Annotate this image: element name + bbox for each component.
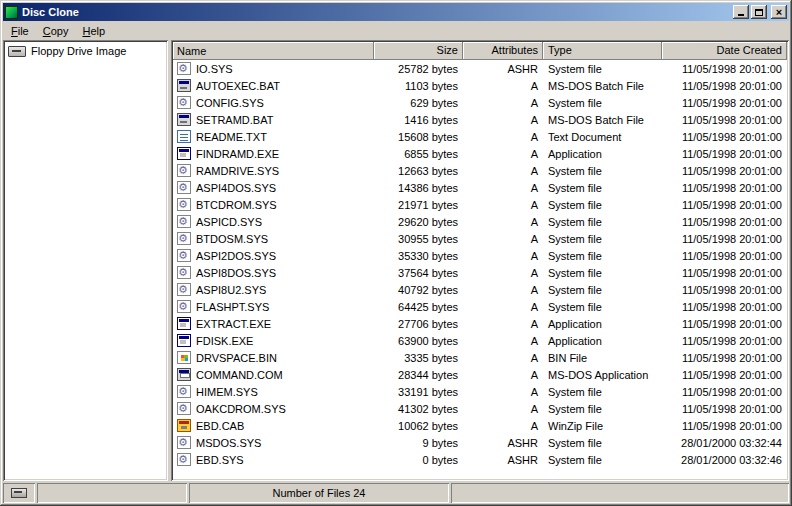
maximize-button[interactable] [751, 5, 767, 19]
close-button[interactable]: × [771, 5, 787, 19]
column-header-attributes[interactable]: Attributes [463, 42, 543, 60]
table-row[interactable]: AUTOEXEC.BAT 1103 bytes A MS-DOS Batch F… [173, 77, 787, 94]
table-row[interactable]: ASPICD.SYS 29620 bytes A System file 11/… [173, 213, 787, 230]
table-row[interactable]: ASPI4DOS.SYS 14386 bytes A System file 1… [173, 179, 787, 196]
file-name-cell: HIMEM.SYS [173, 385, 374, 398]
winzip-file-icon [177, 419, 191, 432]
column-header-size[interactable]: Size [374, 42, 463, 60]
table-row[interactable]: ASPI8U2.SYS 40792 bytes A System file 11… [173, 281, 787, 298]
tree-item-floppy-drive-image[interactable]: Floppy Drive Image [8, 45, 165, 57]
file-size-cell: 64425 bytes [374, 301, 463, 313]
file-name-cell: ASPI8U2.SYS [173, 283, 374, 296]
file-size-cell: 15608 bytes [374, 131, 463, 143]
file-attributes-cell: A [463, 420, 543, 432]
app-icon [5, 6, 18, 19]
table-row[interactable]: EBD.SYS 0 bytes ASHR System file 28/01/2… [173, 451, 787, 468]
file-attributes-cell: A [463, 148, 543, 160]
file-attributes-cell: A [463, 131, 543, 143]
file-attributes-cell: A [463, 284, 543, 296]
file-date-cell: 11/05/1998 20:01:00 [662, 165, 787, 177]
dos-application-icon [177, 368, 191, 381]
bin-file-icon [177, 351, 191, 364]
file-name: FDISK.EXE [196, 335, 253, 347]
system-file-icon [177, 300, 191, 313]
table-row[interactable]: FLASHPT.SYS 64425 bytes A System file 11… [173, 298, 787, 315]
list-header: Name Size Attributes Type Date Created [173, 42, 787, 60]
file-name-cell: ASPICD.SYS [173, 215, 374, 228]
table-row[interactable]: MSDOS.SYS 9 bytes ASHR System file 28/01… [173, 434, 787, 451]
file-list: IO.SYS 25782 bytes ASHR System file 11/0… [173, 60, 787, 479]
file-type-cell: System file [543, 63, 662, 75]
file-type-cell: System file [543, 301, 662, 313]
file-date-cell: 11/05/1998 20:01:00 [662, 131, 787, 143]
menu-copy[interactable]: Copy [36, 23, 76, 39]
file-size-cell: 6855 bytes [374, 148, 463, 160]
file-type-cell: System file [543, 199, 662, 211]
minimize-button[interactable] [733, 5, 749, 19]
table-row[interactable]: BTCDROM.SYS 21971 bytes A System file 11… [173, 196, 787, 213]
menu-help[interactable]: Help [75, 23, 112, 39]
maximize-icon [755, 9, 763, 16]
file-count-label: Number of Files 24 [273, 487, 366, 499]
file-name-cell: DRVSPACE.BIN [173, 351, 374, 364]
table-row[interactable]: CONFIG.SYS 629 bytes A System file 11/05… [173, 94, 787, 111]
file-name-cell: BTDOSM.SYS [173, 232, 374, 245]
file-name: MSDOS.SYS [196, 437, 261, 449]
file-size-cell: 30955 bytes [374, 233, 463, 245]
file-date-cell: 11/05/1998 20:01:00 [662, 148, 787, 160]
table-row[interactable]: EXTRACT.EXE 27706 bytes A Application 11… [173, 315, 787, 332]
table-row[interactable]: OAKCDROM.SYS 41302 bytes A System file 1… [173, 400, 787, 417]
file-attributes-cell: A [463, 403, 543, 415]
file-name: EBD.SYS [196, 454, 244, 466]
table-row[interactable]: FINDRAMD.EXE 6855 bytes A Application 11… [173, 145, 787, 162]
table-row[interactable]: FDISK.EXE 63900 bytes A Application 11/0… [173, 332, 787, 349]
titlebar[interactable]: Disc Clone × [3, 3, 789, 21]
system-file-icon [177, 249, 191, 262]
file-type-cell: MS-DOS Batch File [543, 114, 662, 126]
file-size-cell: 14386 bytes [374, 182, 463, 194]
tree-panel: Floppy Drive Image [3, 40, 168, 481]
table-row[interactable]: RAMDRIVE.SYS 12663 bytes A System file 1… [173, 162, 787, 179]
file-type-cell: Application [543, 318, 662, 330]
file-size-cell: 37564 bytes [374, 267, 463, 279]
system-file-icon [177, 164, 191, 177]
file-date-cell: 11/05/1998 20:01:00 [662, 63, 787, 75]
menu-file[interactable]: File [4, 23, 36, 39]
file-name-cell: EBD.CAB [173, 419, 374, 432]
file-date-cell: 11/05/1998 20:01:00 [662, 216, 787, 228]
file-name-cell: BTCDROM.SYS [173, 198, 374, 211]
file-date-cell: 11/05/1998 20:01:00 [662, 182, 787, 194]
file-name-cell: README.TXT [173, 130, 374, 143]
table-row[interactable]: SETRAMD.BAT 1416 bytes A MS-DOS Batch Fi… [173, 111, 787, 128]
table-row[interactable]: README.TXT 15608 bytes A Text Document 1… [173, 128, 787, 145]
column-header-type[interactable]: Type [543, 42, 662, 60]
table-row[interactable]: HIMEM.SYS 33191 bytes A System file 11/0… [173, 383, 787, 400]
file-type-cell: System file [543, 165, 662, 177]
file-name: DRVSPACE.BIN [196, 352, 277, 364]
file-name-cell: AUTOEXEC.BAT [173, 79, 374, 92]
file-date-cell: 11/05/1998 20:01:00 [662, 386, 787, 398]
system-file-icon [177, 453, 191, 466]
file-name: FLASHPT.SYS [196, 301, 269, 313]
window-title: Disc Clone [22, 6, 79, 18]
column-header-name[interactable]: Name [173, 42, 374, 60]
table-row[interactable]: ASPI8DOS.SYS 37564 bytes A System file 1… [173, 264, 787, 281]
system-file-icon [177, 266, 191, 279]
file-attributes-cell: A [463, 233, 543, 245]
column-header-date-created[interactable]: Date Created [662, 42, 787, 60]
file-attributes-cell: A [463, 182, 543, 194]
close-icon: × [776, 6, 782, 18]
system-file-icon [177, 62, 191, 75]
file-name: ASPI8U2.SYS [196, 284, 266, 296]
table-row[interactable]: DRVSPACE.BIN 3335 bytes A BIN File 11/05… [173, 349, 787, 366]
table-row[interactable]: EBD.CAB 10062 bytes A WinZip File 11/05/… [173, 417, 787, 434]
file-name: FINDRAMD.EXE [196, 148, 279, 160]
file-name: ASPICD.SYS [196, 216, 262, 228]
table-row[interactable]: BTDOSM.SYS 30955 bytes A System file 11/… [173, 230, 787, 247]
file-name: RAMDRIVE.SYS [196, 165, 279, 177]
file-date-cell: 11/05/1998 20:01:00 [662, 369, 787, 381]
table-row[interactable]: COMMAND.COM 28344 bytes A MS-DOS Applica… [173, 366, 787, 383]
table-row[interactable]: IO.SYS 25782 bytes ASHR System file 11/0… [173, 60, 787, 77]
table-row[interactable]: ASPI2DOS.SYS 35330 bytes A System file 1… [173, 247, 787, 264]
disc-clone-window: Disc Clone × File Copy Help Floppy Drive… [0, 0, 792, 506]
